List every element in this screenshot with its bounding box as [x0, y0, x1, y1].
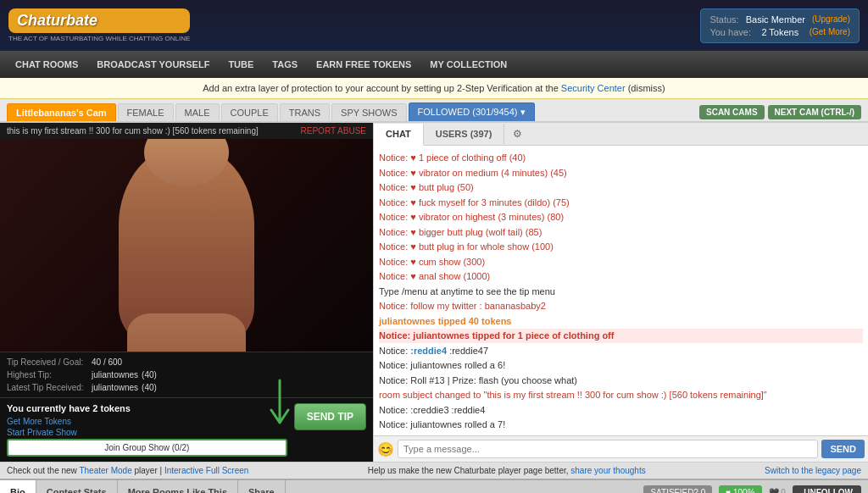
tab-cam-name[interactable]: Littlebananas's Cam: [7, 103, 116, 121]
tip-received-label: Tip Received / Goal:: [7, 357, 92, 367]
chat-msg-6: Notice: ♥ butt plug in for whole show (1…: [379, 240, 863, 254]
nav-collection[interactable]: MY COLLECTION: [421, 56, 515, 73]
theater-mode-link[interactable]: Theater Mode: [79, 466, 131, 475]
feedback-text: Help us make the new Chaturbate player p…: [368, 466, 571, 475]
status-label: Status:: [709, 14, 738, 25]
interactive-fullscreen-link[interactable]: Interactive Full Screen: [164, 466, 249, 475]
chat-msg-15: Notice: Roll #13 | Prize: flash (you cho…: [379, 374, 863, 388]
chat-msg-16: room subject changed to "this is my firs…: [379, 388, 863, 402]
footer-tab-bio[interactable]: Bio: [0, 480, 36, 493]
tab-chat[interactable]: CHAT: [374, 124, 424, 146]
chat-msg-17: Notice: :creddie3 :reddie4: [379, 403, 863, 418]
highest-tip-user: juliantownes: [92, 370, 138, 379]
chat-msg-1: Notice: ♥ vibrator on medium (4 minutes)…: [379, 166, 863, 180]
heart-count: 🖤 0: [769, 488, 786, 494]
tip-action-col: You currently have 2 tokens Get More Tok…: [7, 403, 287, 457]
stream-title: this is my first stream !! 300 for cum s…: [7, 126, 259, 136]
nav-earn-tokens[interactable]: EARN FREE TOKENS: [308, 56, 420, 73]
tab-followed[interactable]: FOLLOWED (301/9454) ▾: [409, 102, 535, 121]
chat-messages: Notice: ♥ 1 piece of clothing off (40) N…: [374, 146, 868, 435]
alert-text: Add an extra layer of protection to your…: [203, 83, 558, 93]
chat-msg-9: Type /menu at anytime to see the tip men…: [379, 285, 863, 299]
tokens-label: You have:: [709, 27, 751, 37]
chat-tab-bar: CHAT USERS (397) ⚙: [374, 123, 868, 146]
chat-msg-8: Notice: ♥ anal show (1000): [379, 269, 863, 284]
chat-msg-10: Notice: follow my twitter : bananasbaby2: [379, 299, 863, 313]
chat-input-row: 😊 SEND: [374, 435, 868, 462]
nav-broadcast[interactable]: BROADCAST YOURSELF: [88, 56, 218, 73]
tip-actions: You currently have 2 tokens Get More Tok…: [0, 397, 373, 462]
join-group-button[interactable]: Join Group Show (0/2): [7, 439, 287, 457]
chat-msg-3: Notice: ♥ fuck myself for 3 minutes (dil…: [379, 196, 863, 210]
main-content: this is my first stream !! 300 for cum s…: [0, 123, 868, 462]
chat-msg-2: Notice: ♥ butt plug (50): [379, 180, 863, 195]
security-center-link[interactable]: Security Center: [561, 83, 626, 93]
scan-cams-button[interactable]: SCAN CAMS: [699, 105, 765, 119]
satisfied-button[interactable]: SATISFIED? 0: [643, 485, 712, 494]
tip-received-value: 40 / 600: [92, 357, 122, 367]
tokens-info: You currently have 2 tokens: [7, 403, 287, 413]
get-more-link[interactable]: (Get More): [810, 27, 850, 36]
footer-tabs: Bio Contest Stats More Rooms Like This S…: [0, 479, 868, 493]
nav-chat-rooms[interactable]: CHAT ROOMS: [7, 56, 86, 73]
header: Chaturbate THE ACT OF MASTURBATING WHILE…: [0, 0, 868, 51]
footer-tab-more-rooms[interactable]: More Rooms Like This: [118, 480, 238, 493]
chat-msg-12: Notice: juliantownes tipped for 1 piece …: [379, 329, 863, 343]
tab-male[interactable]: MALE: [175, 103, 220, 121]
chat-input[interactable]: [398, 440, 818, 458]
highest-tip-label: Highest Tip:: [7, 370, 92, 379]
theater-mode-text: Check out the new: [7, 466, 79, 475]
chat-msg-13: Notice: :reddie4 :reddie47: [379, 344, 863, 358]
chat-msg-0: Notice: ♥ 1 piece of clothing off (40): [379, 151, 863, 165]
tab-female[interactable]: FEMALE: [118, 103, 174, 121]
report-abuse-link[interactable]: REPORT ABUSE: [301, 126, 366, 136]
chat-send-button[interactable]: SEND: [821, 440, 865, 458]
footer-tab-share[interactable]: Share: [238, 480, 286, 493]
user-info-panel: Status: Basic Member (Upgrade) You have:…: [700, 8, 860, 43]
chat-msg-14: Notice: juliantownes rolled a 6!: [379, 358, 863, 373]
tab-trans[interactable]: TRANS: [280, 103, 330, 121]
chat-msg-5: Notice: ♥ bigger butt plug (wolf tail) (…: [379, 225, 863, 240]
next-cam-button[interactable]: NEXT CAM (CTRL-/): [768, 105, 861, 119]
cam-tabs: Littlebananas's Cam FEMALE MALE COUPLE T…: [0, 99, 868, 123]
cam-tab-right: SCAN CAMS NEXT CAM (CTRL-/): [699, 105, 861, 119]
latest-tip-amount: (40): [142, 383, 157, 392]
upgrade-link[interactable]: (Upgrade): [812, 14, 850, 24]
chat-msg-7: Notice: ♥ cum show (300): [379, 255, 863, 269]
chat-area: CHAT USERS (397) ⚙ Notice: ♥ 1 piece of …: [373, 123, 868, 462]
bottom-bar: Check out the new Theater Mode player | …: [0, 462, 868, 479]
chat-msg-4: Notice: ♥ vibrator on highest (3 minutes…: [379, 210, 863, 224]
latest-tip-label: Latest Tip Received:: [7, 383, 92, 392]
alert-dismiss[interactable]: (dismiss): [628, 83, 665, 93]
chat-gear-icon[interactable]: ⚙: [504, 123, 531, 145]
alert-bar: Add an extra layer of protection to your…: [0, 78, 868, 99]
emoji-button[interactable]: 😊: [377, 441, 394, 457]
tab-users[interactable]: USERS (397): [424, 124, 505, 144]
tab-couple[interactable]: COUPLE: [221, 103, 278, 121]
legacy-page-link[interactable]: Switch to the legacy page: [765, 466, 861, 475]
unfollow-button[interactable]: -UNFOLLOW: [793, 485, 861, 494]
tab-spy-shows[interactable]: SPY SHOWS: [331, 103, 406, 121]
nav-tags[interactable]: TAGS: [264, 56, 306, 73]
video-player: [0, 139, 373, 352]
chat-msg-11: juliantownes tipped 40 tokens: [379, 314, 863, 329]
footer-tab-contest-stats[interactable]: Contest Stats: [36, 480, 118, 493]
video-area: this is my first stream !! 300 for cum s…: [0, 123, 373, 462]
send-tip-button[interactable]: SEND TIP: [294, 403, 366, 430]
nav-bar: CHAT ROOMS BROADCAST YOURSELF TUBE TAGS …: [0, 51, 868, 78]
logo-text: Chaturbate: [8, 8, 190, 33]
start-private-show-link[interactable]: Start Private Show: [7, 428, 287, 437]
get-more-tokens-link[interactable]: Get More Tokens: [7, 417, 287, 426]
footer-actions: SATISFIED? 0 ♥ 100% 🖤 0 -UNFOLLOW: [637, 485, 868, 494]
highest-tip-amount: (40): [142, 370, 157, 379]
logo-tagline: THE ACT OF MASTURBATING WHILE CHATTING O…: [8, 35, 190, 42]
tip-stats: Tip Received / Goal: 40 / 600 Highest Ti…: [0, 352, 373, 397]
theater-separator: player |: [134, 466, 164, 475]
tokens-value: 2 Tokens: [761, 27, 798, 37]
stream-info-bar: this is my first stream !! 300 for cum s…: [0, 123, 373, 139]
share-thoughts-link[interactable]: share your thoughts: [570, 466, 645, 475]
chat-msg-18: Notice: juliantownes rolled a 7!: [379, 418, 863, 432]
nav-tube[interactable]: TUBE: [220, 56, 262, 73]
status-value: Basic Member: [746, 14, 805, 25]
logo: Chaturbate THE ACT OF MASTURBATING WHILE…: [8, 8, 190, 42]
